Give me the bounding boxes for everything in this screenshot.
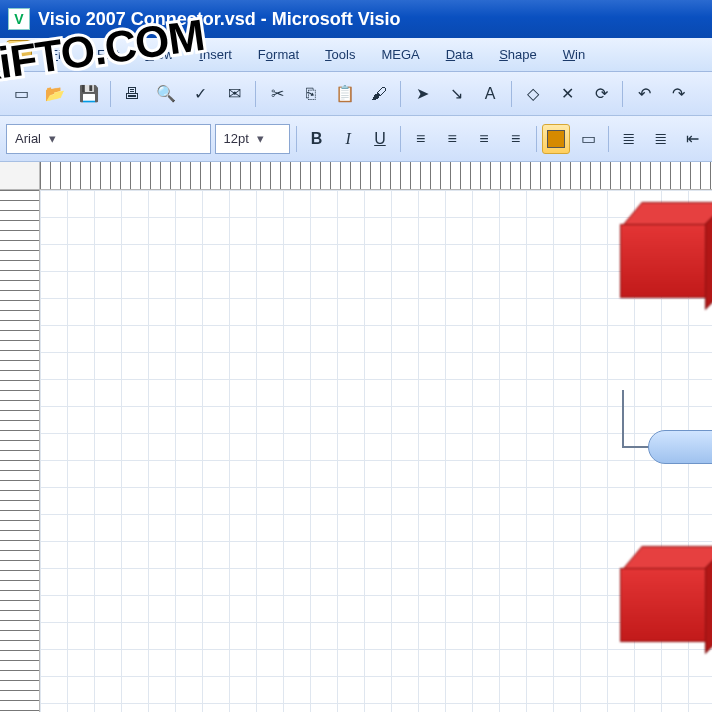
italic-button[interactable] — [334, 124, 362, 154]
copy-button[interactable] — [296, 79, 326, 109]
shape-red-cube-top[interactable] — [620, 202, 712, 300]
menu-tools[interactable]: Tools — [315, 43, 365, 66]
rotate-button[interactable]: ⟳ — [586, 79, 616, 109]
delete-button[interactable]: ✕ — [552, 79, 582, 109]
print-preview-button[interactable] — [151, 79, 181, 109]
separator — [622, 81, 623, 107]
ruler-corner — [0, 162, 40, 190]
shape-red-cube-bottom[interactable] — [620, 546, 712, 644]
shape-button[interactable]: ◇ — [518, 79, 548, 109]
menubar: File Edit View Insert Format Tools MEGA … — [0, 38, 712, 72]
menu-edit[interactable]: Edit — [87, 43, 129, 66]
separator — [400, 126, 401, 152]
ruler-horizontal[interactable] — [0, 162, 712, 190]
save-button[interactable] — [74, 79, 104, 109]
new-button[interactable] — [6, 79, 36, 109]
fill-color-button[interactable] — [542, 124, 570, 154]
connector-tool-button[interactable] — [441, 79, 471, 109]
bullets-button[interactable] — [615, 124, 643, 154]
text-tool-button[interactable] — [475, 79, 505, 109]
menu-window[interactable]: Win — [553, 43, 595, 66]
justify-button[interactable] — [502, 124, 530, 154]
format-painter-button[interactable] — [364, 79, 394, 109]
line-color-button[interactable]: ▭ — [574, 124, 602, 154]
separator — [255, 81, 256, 107]
align-right-button[interactable] — [470, 124, 498, 154]
font-size-combo[interactable]: 12pt ▾ — [215, 124, 290, 154]
fill-swatch-icon — [547, 130, 565, 148]
cube-front-face — [620, 568, 706, 642]
ruler-vertical[interactable] — [0, 190, 40, 712]
bold-button[interactable] — [303, 124, 331, 154]
cube-top-face — [622, 546, 712, 570]
separator — [608, 126, 609, 152]
redo-button[interactable] — [663, 79, 693, 109]
window-title: Visio 2007 Connector.vsd - Microsoft Vis… — [38, 9, 400, 30]
work-area — [0, 190, 712, 712]
font-size-value: 12pt — [224, 131, 249, 146]
titlebar: V Visio 2007 Connector.vsd - Microsoft V… — [0, 0, 712, 38]
toolbar-standard: ✓ ◇ ✕ ⟳ — [0, 72, 712, 116]
cut-button[interactable] — [262, 79, 292, 109]
menu-shape[interactable]: Shape — [489, 43, 547, 66]
cube-front-face — [620, 224, 706, 298]
decrease-indent-button[interactable]: ⇤ — [678, 124, 706, 154]
menu-file[interactable]: File — [40, 43, 81, 66]
connector-line-vert[interactable] — [622, 390, 624, 446]
office-button[interactable] — [6, 40, 32, 66]
separator — [400, 81, 401, 107]
menu-mega[interactable]: MEGA — [371, 43, 429, 66]
separator — [110, 81, 111, 107]
separator — [511, 81, 512, 107]
cube-top-face — [622, 202, 712, 226]
mail-button[interactable] — [219, 79, 249, 109]
separator — [536, 126, 537, 152]
menu-format[interactable]: Format — [248, 43, 309, 66]
align-left-button[interactable] — [407, 124, 435, 154]
open-button[interactable] — [40, 79, 70, 109]
font-name-value: Arial — [15, 131, 41, 146]
toolbar-formatting: Arial ▾ 12pt ▾ ▭ ⇤ — [0, 116, 712, 162]
print-button[interactable] — [117, 79, 147, 109]
paste-button[interactable] — [330, 79, 360, 109]
shape-blue-pill[interactable] — [648, 430, 712, 464]
numbering-button[interactable] — [647, 124, 675, 154]
visio-doc-icon: V — [8, 8, 30, 30]
font-name-combo[interactable]: Arial ▾ — [6, 124, 211, 154]
align-center-button[interactable] — [438, 124, 466, 154]
underline-button[interactable] — [366, 124, 394, 154]
menu-view[interactable]: View — [135, 43, 183, 66]
drawing-canvas[interactable] — [40, 190, 712, 712]
spellcheck-button[interactable]: ✓ — [185, 79, 215, 109]
chevron-down-icon: ▾ — [49, 131, 56, 146]
menu-data[interactable]: Data — [436, 43, 483, 66]
undo-button[interactable] — [629, 79, 659, 109]
separator — [296, 126, 297, 152]
chevron-down-icon: ▾ — [257, 131, 264, 146]
menu-insert[interactable]: Insert — [189, 43, 242, 66]
pointer-tool-button[interactable] — [407, 79, 437, 109]
